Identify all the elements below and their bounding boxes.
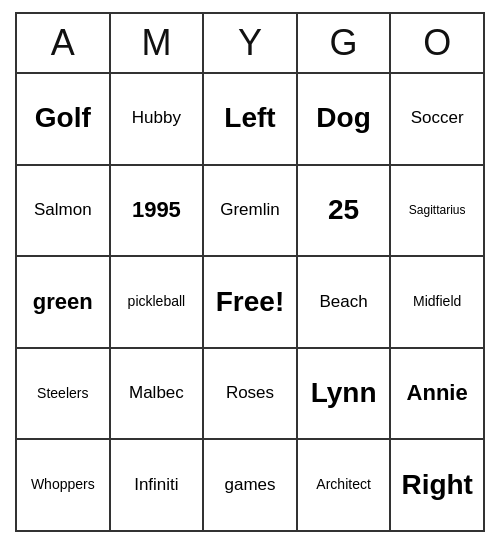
- grid-cell-4-0: Whoppers: [17, 440, 111, 530]
- grid-row-1: Salmon1995Gremlin25Sagittarius: [17, 166, 483, 258]
- bingo-card: AMYGO GolfHubbyLeftDogSoccerSalmon1995Gr…: [15, 12, 485, 532]
- grid-cell-2-2: Free!: [204, 257, 298, 347]
- header-col-O: O: [391, 14, 483, 72]
- header-col-A: A: [17, 14, 111, 72]
- grid-cell-0-1: Hubby: [111, 74, 205, 164]
- header-col-M: M: [111, 14, 205, 72]
- grid-cell-1-3: 25: [298, 166, 392, 256]
- grid-row-2: greenpickleballFree!BeachMidfield: [17, 257, 483, 349]
- grid-cell-1-4: Sagittarius: [391, 166, 483, 256]
- header-row: AMYGO: [17, 14, 483, 74]
- grid-cell-3-1: Malbec: [111, 349, 205, 439]
- grid-cell-0-0: Golf: [17, 74, 111, 164]
- grid-cell-3-0: Steelers: [17, 349, 111, 439]
- header-col-Y: Y: [204, 14, 298, 72]
- header-col-G: G: [298, 14, 392, 72]
- grid-cell-0-2: Left: [204, 74, 298, 164]
- grid-cell-2-3: Beach: [298, 257, 392, 347]
- grid-cell-3-2: Roses: [204, 349, 298, 439]
- grid-cell-1-1: 1995: [111, 166, 205, 256]
- grid-cell-0-3: Dog: [298, 74, 392, 164]
- grid-cell-0-4: Soccer: [391, 74, 483, 164]
- grid-row-4: WhoppersInfinitigamesArchitectRight: [17, 440, 483, 530]
- grid-cell-2-0: green: [17, 257, 111, 347]
- grid-cell-2-1: pickleball: [111, 257, 205, 347]
- grid-cell-2-4: Midfield: [391, 257, 483, 347]
- grid-row-0: GolfHubbyLeftDogSoccer: [17, 74, 483, 166]
- grid-cell-4-4: Right: [391, 440, 483, 530]
- grid-cell-4-2: games: [204, 440, 298, 530]
- bingo-grid: GolfHubbyLeftDogSoccerSalmon1995Gremlin2…: [17, 74, 483, 530]
- grid-cell-1-0: Salmon: [17, 166, 111, 256]
- grid-cell-4-3: Architect: [298, 440, 392, 530]
- grid-cell-4-1: Infiniti: [111, 440, 205, 530]
- grid-cell-3-4: Annie: [391, 349, 483, 439]
- grid-row-3: SteelersMalbecRosesLynnAnnie: [17, 349, 483, 441]
- grid-cell-3-3: Lynn: [298, 349, 392, 439]
- grid-cell-1-2: Gremlin: [204, 166, 298, 256]
